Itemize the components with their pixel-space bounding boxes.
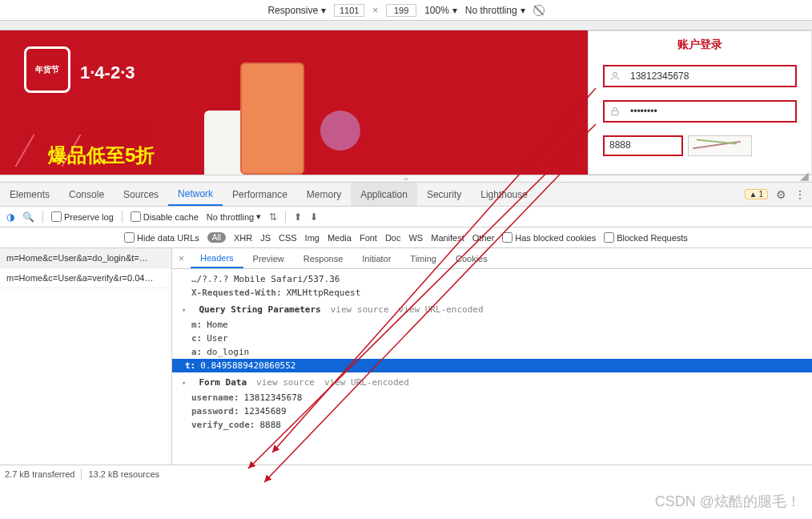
devtools-drag-handle[interactable]: ◢ (0, 175, 812, 183)
gear-icon[interactable]: ⚙ (776, 188, 786, 201)
page-preview: 年货节 1·4-2·3 腊八年货 提前抢 爆品低至5折 账户登录 1381234… (0, 30, 812, 175)
preserve-log-checkbox[interactable]: Preserve log (51, 211, 114, 222)
warnings-count: 1 (758, 190, 763, 199)
has-blocked-label: Has blocked cookies (515, 233, 596, 243)
dropdown-icon: ▾ (321, 5, 326, 16)
banner-product-fridge (240, 62, 304, 175)
username-field-highlight: 13812345678 (603, 65, 797, 87)
responsive-mode-select[interactable]: Responsive ▾ (267, 5, 326, 16)
tab-console[interactable]: Console (59, 183, 114, 206)
tab-security[interactable]: Security (417, 183, 471, 206)
filter-doc[interactable]: Doc (385, 233, 401, 243)
filter-js[interactable]: JS (260, 233, 271, 243)
filter-img[interactable]: Img (305, 233, 320, 243)
filter-ws[interactable]: WS (408, 233, 423, 243)
form-password: password:12345689 (179, 404, 806, 418)
tab-elements[interactable]: Elements (0, 183, 59, 206)
upload-icon[interactable]: ⬆ (294, 211, 302, 223)
toolbar-divider (122, 211, 123, 223)
detail-tab-headers[interactable]: Headers (191, 248, 243, 268)
tab-lighthouse[interactable]: Lighthouse (471, 183, 537, 206)
captcha-row: 8888 (603, 135, 797, 156)
form-username: username:13812345678 (179, 391, 806, 404)
stop-record-icon[interactable]: ◑ (6, 211, 14, 223)
more-icon[interactable]: ⋮ (794, 188, 806, 201)
tab-network[interactable]: Network (168, 183, 223, 206)
viewport-width-input[interactable]: 1101 (334, 4, 364, 17)
throttling-label: No throttling (207, 212, 254, 222)
banner-logo: 年货节 (24, 46, 70, 93)
times-separator: × (372, 5, 378, 16)
detail-tab-initiator[interactable]: Initiator (352, 248, 400, 268)
tab-memory[interactable]: Memory (297, 183, 351, 206)
zoom-label: 100% (424, 5, 449, 16)
person-icon (605, 70, 625, 82)
detail-tab-cookies[interactable]: Cookies (446, 248, 497, 268)
search-icon[interactable]: 🔍 (22, 211, 34, 223)
form-verify-code: verify_code:8888 (179, 418, 806, 432)
detail-tab-response[interactable]: Response (294, 248, 353, 268)
devtools-tabs: Elements Console Sources Network Perform… (0, 183, 812, 207)
warnings-badge[interactable]: ▲ 1 (745, 189, 768, 199)
request-row[interactable]: m=Home&c=User&a=do_login&t=… (0, 248, 171, 268)
banner-product-dryer (320, 111, 360, 151)
view-source-link[interactable]: view source (256, 377, 315, 388)
captcha-image[interactable] (688, 135, 752, 156)
banner-date: 1·4-2·3 (80, 62, 135, 83)
rotate-icon[interactable] (533, 5, 545, 16)
detail-tab-preview[interactable]: Preview (243, 248, 294, 268)
disable-cache-checkbox[interactable]: Disable cache (131, 211, 199, 222)
filter-css[interactable]: CSS (279, 233, 297, 243)
wifi-icon[interactable]: ⇅ (269, 211, 277, 223)
status-divider (81, 469, 82, 480)
responsive-mode-label: Responsive (267, 5, 318, 16)
zoom-select[interactable]: 100% ▾ (424, 5, 457, 16)
throttle-label: No throttling (465, 5, 517, 16)
detail-tab-timing[interactable]: Timing (400, 248, 446, 268)
tab-sources[interactable]: Sources (114, 183, 168, 206)
filter-all[interactable]: All (207, 232, 226, 243)
captcha-input[interactable]: 8888 (603, 135, 683, 156)
preserve-log-label: Preserve log (64, 212, 114, 222)
device-toolbar: Responsive ▾ 1101 × 199 100% ▾ No thrott… (0, 0, 812, 21)
has-blocked-cookies-checkbox[interactable]: Has blocked cookies (502, 232, 596, 243)
network-filter-bar: Hide data URLs All XHR JS CSS Img Media … (0, 227, 812, 248)
throttle-select[interactable]: No throttling ▾ (465, 5, 525, 16)
username-input[interactable]: 13812345678 (625, 69, 795, 83)
filter-media[interactable]: Media (328, 233, 352, 243)
qsp-t-highlighted: t:0.8495889420860552 (172, 359, 812, 372)
dropdown-icon: ▾ (521, 5, 525, 16)
hide-data-urls-checkbox[interactable]: Hide data URLs (124, 232, 199, 243)
view-source-link[interactable]: view source (331, 304, 389, 315)
password-field-highlight: •••••••• (603, 100, 797, 123)
close-detail-icon[interactable]: × (172, 253, 191, 264)
section-form-data[interactable]: Form Data view source view URL-encoded (179, 372, 806, 391)
request-row[interactable]: m=Home&c=User&a=verify&r=0.04… (0, 268, 171, 288)
viewport-height-input[interactable]: 199 (386, 4, 416, 17)
filter-xhr[interactable]: XHR (234, 233, 252, 243)
section-query-string[interactable]: Query String Parameters view source view… (179, 300, 806, 318)
view-url-encoded-link[interactable]: view URL-encoded (399, 304, 484, 315)
login-title: 账户登录 (603, 38, 797, 52)
status-resources: 13.2 kB resources (88, 469, 159, 479)
tab-performance[interactable]: Performance (223, 183, 297, 206)
password-input[interactable]: •••••••• (625, 104, 795, 119)
blocked-requests-checkbox[interactable]: Blocked Requests (604, 232, 688, 243)
ruler-bar (0, 21, 812, 30)
banner-bottom-text: 爆品低至5折 (48, 143, 155, 168)
request-list: m=Home&c=User&a=do_login&t=… m=Home&c=Us… (0, 248, 172, 465)
blocked-req-label: Blocked Requests (617, 233, 688, 243)
detail-body: …/?.?.? Mobile Safari/537.36 X-Requested… (172, 269, 812, 435)
tab-application[interactable]: Application (351, 183, 417, 206)
filter-other[interactable]: Other (472, 233, 495, 243)
header-row-ua: …/?.?.? Mobile Safari/537.36 (179, 272, 806, 286)
filter-manifest[interactable]: Manifest (431, 233, 464, 243)
throttling-select[interactable]: No throttling ▾ (207, 211, 261, 222)
section-title: Query String Parameters (199, 304, 320, 315)
resize-corner-icon[interactable]: ◢ (800, 169, 809, 182)
filter-font[interactable]: Font (360, 233, 377, 243)
download-icon[interactable]: ⬇ (310, 211, 318, 223)
view-url-encoded-link[interactable]: view URL-encoded (324, 377, 409, 388)
status-transferred: 2.7 kB transferred (5, 469, 74, 479)
dropdown-icon: ▾ (452, 5, 457, 16)
